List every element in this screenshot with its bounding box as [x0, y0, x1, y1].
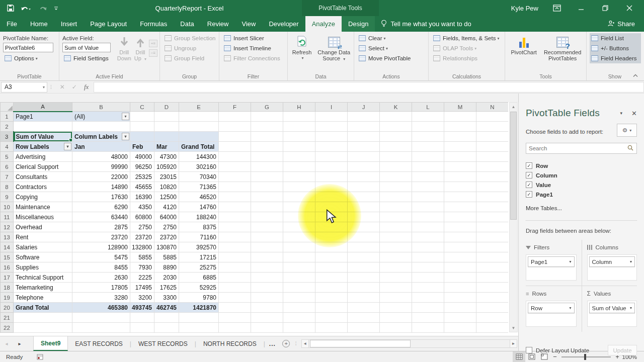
cell-B4[interactable]: Jan	[72, 142, 130, 152]
cell-A14[interactable]: Salaries	[14, 242, 72, 252]
cell-E5[interactable]: 144300	[179, 152, 219, 162]
cell-E11[interactable]: 188240	[179, 212, 219, 222]
cell-J19[interactable]	[348, 293, 380, 303]
cell-J21[interactable]	[348, 313, 380, 323]
sheet-tab-north-records[interactable]: NORTH RECORDS	[196, 336, 264, 351]
cell-G14[interactable]	[251, 242, 283, 252]
row-header-10[interactable]: 10	[1, 202, 14, 212]
cell-I21[interactable]	[315, 313, 348, 323]
cell-M18[interactable]	[444, 283, 476, 293]
cell-F21[interactable]	[219, 313, 251, 323]
cell-K1[interactable]	[380, 112, 412, 122]
cell-A10[interactable]: Maintenance	[14, 202, 72, 212]
cell-D7[interactable]: 23015	[154, 172, 179, 182]
cell-B15[interactable]: 5475	[72, 252, 130, 262]
row-header-13[interactable]: 13	[1, 232, 14, 242]
autofilter-dropdown-icon[interactable]: ▾	[64, 143, 71, 150]
cell-G11[interactable]	[251, 212, 283, 222]
horizontal-scroll-thumb[interactable]	[310, 340, 411, 347]
cell-F20[interactable]	[219, 303, 251, 313]
column-header-K[interactable]: K	[380, 103, 412, 112]
cell-H13[interactable]	[283, 232, 315, 242]
cell-J13[interactable]	[348, 232, 380, 242]
pane-options-caret-icon[interactable]: ▾	[620, 111, 623, 116]
cell-M16[interactable]	[444, 262, 476, 273]
area-field-row[interactable]: Row▾	[528, 303, 575, 313]
cell-H6[interactable]	[283, 162, 315, 172]
cell-I16[interactable]	[315, 262, 348, 273]
row-header-14[interactable]: 14	[1, 242, 14, 252]
cell-J9[interactable]	[348, 192, 380, 202]
options-button[interactable]: Options ▾	[3, 53, 57, 63]
scrollbar-resize-grip[interactable]: ⁞	[293, 336, 299, 351]
cell-H2[interactable]	[283, 122, 315, 132]
cell-G1[interactable]	[251, 112, 283, 122]
select-button[interactable]: Select▾	[357, 43, 426, 53]
cell-M6[interactable]	[444, 162, 476, 172]
change-data-source-button[interactable]: ⇄ Change Data Source ▾	[316, 33, 352, 72]
cell-E15[interactable]: 17215	[179, 252, 219, 262]
cell-C11[interactable]: 60800	[130, 212, 154, 222]
cell-C13[interactable]: 23720	[130, 232, 154, 242]
cell-H3[interactable]	[283, 132, 315, 142]
cell-C1[interactable]	[130, 112, 154, 122]
cell-M2[interactable]	[444, 122, 476, 132]
zoom-slider[interactable]	[561, 356, 611, 357]
cell-H12[interactable]	[283, 222, 315, 232]
dropdown-caret-icon[interactable]: ▾	[569, 259, 571, 264]
cell-N3[interactable]	[476, 132, 509, 142]
cell-J6[interactable]	[348, 162, 380, 172]
cell-F7[interactable]	[219, 172, 251, 182]
pivotchart-button[interactable]: PivotChart	[510, 33, 538, 72]
sheet-tab-east-records[interactable]: EAST RECORDS	[68, 336, 129, 351]
cell-J1[interactable]	[348, 112, 380, 122]
cell-C2[interactable]	[130, 122, 154, 132]
cell-J22[interactable]	[348, 323, 380, 333]
cell-N13[interactable]	[476, 232, 509, 242]
cell-L1[interactable]	[412, 112, 444, 122]
cell-E12[interactable]: 8375	[179, 222, 219, 232]
cell-N1[interactable]	[476, 112, 509, 122]
row-header-4[interactable]: 4	[1, 142, 14, 152]
cell-F16[interactable]	[219, 262, 251, 273]
cell-I14[interactable]	[315, 242, 348, 252]
row-header-20[interactable]: 20	[1, 303, 14, 313]
cell-H11[interactable]	[283, 212, 315, 222]
cell-E3[interactable]	[179, 132, 219, 142]
tab-formulas[interactable]: Formulas	[133, 16, 174, 32]
cell-H21[interactable]	[283, 313, 315, 323]
cell-E7[interactable]: 70340	[179, 172, 219, 182]
cell-C21[interactable]	[130, 313, 154, 323]
cell-K10[interactable]	[380, 202, 412, 212]
column-header-M[interactable]: M	[444, 103, 476, 112]
cell-I5[interactable]	[315, 152, 348, 162]
cell-K18[interactable]	[380, 283, 412, 293]
cell-M19[interactable]	[444, 293, 476, 303]
cell-H20[interactable]	[283, 303, 315, 313]
field-item-page1[interactable]: ✓Page1	[526, 190, 637, 199]
cell-D3[interactable]	[154, 132, 179, 142]
area-box-rows[interactable]: Row▾	[526, 301, 577, 327]
cell-B19[interactable]: 3280	[72, 293, 130, 303]
pane-close-icon[interactable]: ✕	[631, 110, 637, 117]
cell-H14[interactable]	[283, 242, 315, 252]
column-header-N[interactable]: N	[476, 103, 509, 112]
scroll-down-icon[interactable]: ▼	[510, 324, 517, 332]
recommended-pivottables-button[interactable]: ? Recommended PivotTables	[542, 33, 583, 72]
cell-K9[interactable]	[380, 192, 412, 202]
cell-I2[interactable]	[315, 122, 348, 132]
autofilter-dropdown-icon[interactable]: ▾	[122, 113, 129, 120]
cell-E6[interactable]: 302160	[179, 162, 219, 172]
cell-C7[interactable]: 25325	[130, 172, 154, 182]
area-box-values[interactable]: Sum of Value▾	[587, 301, 637, 327]
cell-L3[interactable]	[412, 132, 444, 142]
cell-D18[interactable]: 17625	[154, 283, 179, 293]
cell-E20[interactable]: 1421870	[179, 303, 219, 313]
cell-D8[interactable]: 10820	[154, 182, 179, 192]
cell-L9[interactable]	[412, 192, 444, 202]
cell-F14[interactable]	[219, 242, 251, 252]
cell-C20[interactable]: 493745	[130, 303, 154, 313]
cell-K22[interactable]	[380, 323, 412, 333]
cell-L10[interactable]	[412, 202, 444, 212]
cell-I19[interactable]	[315, 293, 348, 303]
